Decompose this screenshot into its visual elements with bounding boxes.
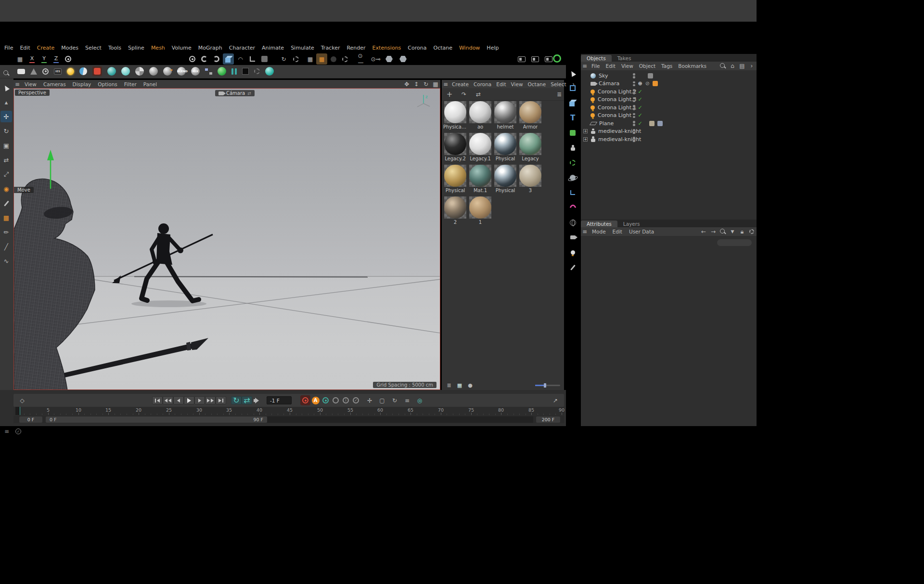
- gear-axes-icon[interactable]: [290, 53, 301, 65]
- material-menu-select[interactable]: Select: [548, 81, 568, 87]
- lock-icon[interactable]: 🔒︎: [737, 227, 747, 236]
- gear-icon-2[interactable]: [254, 68, 260, 74]
- glass-sphere-icon[interactable]: [121, 67, 130, 76]
- keyframe-diamond-icon[interactable]: ◇: [17, 396, 27, 405]
- snap-grid-active-icon[interactable]: ▦: [316, 53, 327, 65]
- knife-tool-icon[interactable]: ╱: [0, 241, 12, 252]
- arrow-left-icon[interactable]: ←: [699, 227, 708, 236]
- mix-material-icon[interactable]: MIX: [191, 67, 200, 76]
- object-hamburger-icon[interactable]: ≡: [581, 61, 589, 71]
- scale-record-icon[interactable]: ▢: [377, 396, 387, 405]
- gear-icon-3[interactable]: [747, 227, 757, 236]
- sphere-ring-icon[interactable]: [567, 172, 578, 183]
- load-material-icon[interactable]: ↷: [459, 90, 469, 99]
- blend-material-icon[interactable]: BLEND: [177, 67, 186, 76]
- preview-range[interactable]: 0 F 90 F: [46, 416, 267, 423]
- visibility-dots[interactable]: [633, 105, 635, 110]
- pen-tool-icon[interactable]: [0, 197, 12, 209]
- enabled-check-icon[interactable]: ✓: [638, 104, 642, 111]
- menu-edit[interactable]: Edit: [16, 45, 33, 51]
- gray-sphere-icon[interactable]: [149, 67, 158, 76]
- frame-tool-icon[interactable]: ▣: [0, 140, 12, 151]
- timeline-corner-icon[interactable]: ↗: [551, 396, 560, 405]
- camera-label-pill[interactable]: Cámara ⇄: [215, 90, 255, 96]
- layout-monitor-icon-3[interactable]: [543, 53, 554, 65]
- sphere-view-icon[interactable]: ●: [467, 382, 474, 389]
- object-row-medieval-knight-2[interactable]: + medieval-knight: [581, 135, 757, 143]
- current-frame-field[interactable]: -1 F: [267, 396, 292, 404]
- attribute-scroll-pill[interactable]: [717, 239, 752, 246]
- material-item[interactable]: 3: [518, 165, 543, 196]
- cursor-tool-icon[interactable]: [0, 82, 12, 93]
- texture-tag-icon[interactable]: [649, 121, 654, 126]
- menu-modes[interactable]: Modes: [58, 45, 82, 51]
- menu-create[interactable]: Create: [34, 45, 58, 51]
- visibility-dots[interactable]: [633, 81, 635, 87]
- green-swirl-icon[interactable]: [218, 67, 226, 76]
- corona-camera-tag-icon[interactable]: [653, 81, 658, 86]
- view-label[interactable]: Perspective: [15, 90, 50, 96]
- prev-key-button[interactable]: [163, 396, 173, 404]
- green-cube-icon[interactable]: [567, 127, 578, 139]
- axis-z-lock[interactable]: Z: [51, 53, 62, 65]
- material-item[interactable]: ao: [468, 101, 493, 133]
- material-menu-corona[interactable]: Corona: [471, 81, 494, 87]
- material-item[interactable]: Armor: [518, 101, 543, 133]
- object-menu-view[interactable]: View: [618, 63, 636, 69]
- menu-character[interactable]: Character: [226, 45, 258, 51]
- ies-light-icon[interactable]: IES: [54, 68, 62, 75]
- axis-y-lock[interactable]: Y: [38, 53, 50, 65]
- material-menu-create[interactable]: Create: [449, 81, 471, 87]
- hexagon-icon[interactable]: [384, 53, 395, 65]
- filter-icon[interactable]: ▼: [728, 227, 737, 236]
- red-square-icon[interactable]: [92, 66, 102, 76]
- sphere-arrow-icon[interactable]: ◠: [235, 53, 246, 65]
- gray-tag-icon[interactable]: [648, 73, 653, 78]
- spline-smooth-icon[interactable]: ∿: [0, 255, 12, 267]
- visibility-dots[interactable]: [633, 89, 635, 94]
- parameter-record-icon[interactable]: ≡: [402, 396, 412, 405]
- menu-extensions[interactable]: Extensions: [369, 45, 405, 51]
- orange-pen-icon[interactable]: ◉: [0, 183, 12, 195]
- play-mode-button[interactable]: ⇄: [242, 396, 252, 404]
- go-start-button[interactable]: [152, 396, 163, 404]
- range-end-field[interactable]: 200 F: [536, 416, 560, 423]
- half-donut-icon[interactable]: [199, 53, 210, 65]
- gray-box-icon[interactable]: [259, 53, 270, 65]
- sphere-arrow-icon[interactable]: ➜: [163, 67, 172, 76]
- tab-attributes[interactable]: Attributes: [581, 221, 617, 227]
- viewport-hamburger-icon[interactable]: ≡: [13, 79, 21, 89]
- range-start-field[interactable]: 0 F: [19, 416, 42, 423]
- character-icon[interactable]: [567, 142, 578, 154]
- home-icon[interactable]: ⌂: [728, 61, 737, 71]
- status-check-circle-icon[interactable]: ✓: [15, 428, 21, 434]
- snap-grid-icon[interactable]: ▦: [305, 53, 316, 65]
- physical-sky-icon[interactable]: [79, 67, 87, 75]
- status-menu-icon[interactable]: ≡: [2, 427, 12, 436]
- object-menu-edit[interactable]: Edit: [603, 63, 618, 69]
- active-camera-target-icon[interactable]: ⊕: [638, 80, 642, 87]
- enabled-check-icon[interactable]: ✓: [638, 120, 642, 127]
- teal-sphere-icon[interactable]: [107, 67, 116, 76]
- visibility-dots[interactable]: [633, 113, 635, 118]
- ring-icon[interactable]: [187, 53, 198, 65]
- play-button[interactable]: [184, 396, 194, 404]
- material-item[interactable]: Mat.1: [468, 165, 493, 196]
- camera-swap-icon[interactable]: ⇄: [247, 91, 251, 96]
- rotate-tool-icon[interactable]: ↻: [0, 125, 12, 137]
- toggle-views-icon[interactable]: ▦: [431, 79, 440, 89]
- menu-window[interactable]: Window: [456, 45, 483, 51]
- viewport-menu-panel[interactable]: Panel: [140, 81, 160, 87]
- record-extra-button[interactable]: [331, 395, 341, 405]
- move-tool-icon[interactable]: ✢: [0, 111, 12, 122]
- expand-icon[interactable]: +: [583, 129, 588, 133]
- enabled-check-icon[interactable]: ✓: [638, 112, 642, 118]
- tab-objects[interactable]: Objects: [581, 55, 612, 62]
- layout-monitor-icon[interactable]: [516, 53, 527, 65]
- object-row-corona-light-1[interactable]: Corona Light.1 ✓: [581, 104, 757, 112]
- axis-corner-icon[interactable]: [247, 53, 258, 65]
- object-row-sky[interactable]: Sky: [581, 72, 757, 80]
- loop-button[interactable]: ↻: [231, 396, 242, 404]
- protect-tag-icon[interactable]: ⊘: [645, 80, 650, 87]
- menu-octane[interactable]: Octane: [430, 45, 456, 51]
